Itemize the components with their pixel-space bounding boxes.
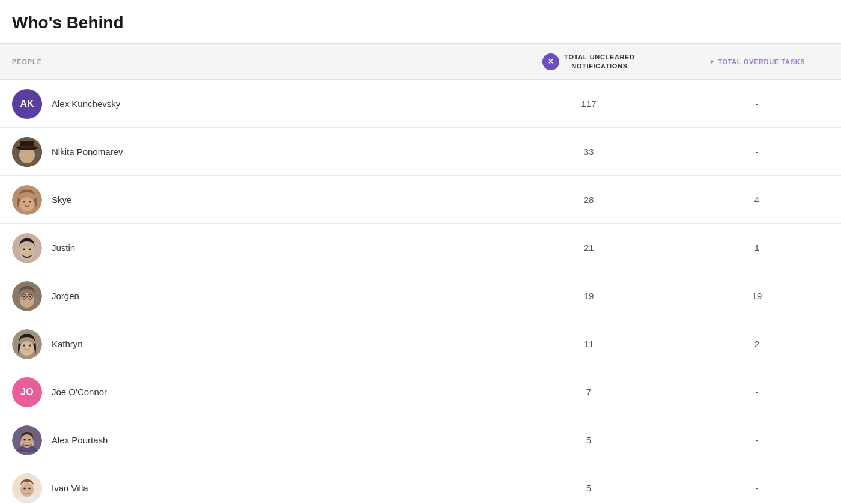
notifications-value: 117 [505, 99, 673, 109]
notifications-value: 33 [505, 147, 673, 157]
person-cell: Kathryn [0, 329, 505, 359]
table-row[interactable]: Ivan Villa 5 - [0, 464, 841, 504]
table-row[interactable]: Justin 21 1 [0, 224, 841, 272]
person-cell: Jorgen [0, 281, 505, 311]
person-cell: Ivan Villa [0, 473, 505, 503]
svg-point-27 [23, 439, 26, 440]
overdue-value: 4 [673, 195, 841, 205]
table-row[interactable]: AK Alex Kunchevsky 117 - [0, 80, 841, 128]
svg-point-33 [28, 487, 31, 489]
table-row[interactable]: Skye 28 4 [0, 176, 841, 224]
person-name: Ivan Villa [52, 483, 88, 493]
person-name: Jorgen [52, 291, 79, 301]
overdue-value: - [673, 435, 841, 445]
column-header-people: PEOPLE [0, 58, 505, 65]
table-row[interactable]: Alex Pourtash 5 - [0, 416, 841, 464]
svg-rect-4 [20, 146, 34, 148]
overdue-value: - [673, 99, 841, 109]
table-row[interactable]: JO Joe O'Connor 7 - [0, 368, 841, 416]
person-name: Nikita Ponomarev [52, 147, 123, 157]
notifications-value: 7 [505, 387, 673, 397]
svg-point-28 [28, 439, 31, 440]
avatar [12, 185, 42, 215]
notifications-value: 5 [505, 435, 673, 445]
person-cell: Alex Pourtash [0, 425, 505, 455]
notifications-value: 5 [505, 483, 673, 493]
svg-point-21 [20, 341, 34, 356]
person-name: Skye [52, 195, 71, 205]
overdue-value: 2 [673, 339, 841, 349]
notifications-value: 21 [505, 243, 673, 253]
person-name: Alex Pourtash [52, 435, 108, 445]
person-cell: Skye [0, 185, 505, 215]
column-header-notifications: × TOTAL UNCLEARED NOTIFICATIONS [505, 53, 673, 70]
person-cell: AK Alex Kunchevsky [0, 89, 505, 119]
avatar: JO [12, 377, 42, 407]
avatar [12, 137, 42, 167]
avatar: AK [12, 89, 42, 119]
svg-point-18 [23, 296, 25, 297]
svg-point-12 [29, 248, 31, 250]
notifications-value: 19 [505, 291, 673, 301]
page-container: Who's Behind PEOPLE × TOTAL UNCLEARED NO… [0, 0, 841, 504]
person-name: Joe O'Connor [52, 387, 107, 397]
table-row[interactable]: Jorgen 19 19 [0, 272, 841, 320]
svg-point-23 [29, 344, 31, 346]
table-body: AK Alex Kunchevsky 117 - [0, 80, 841, 504]
avatar [12, 233, 42, 263]
avatar [12, 473, 42, 503]
overdue-value: 19 [673, 291, 841, 301]
svg-point-11 [23, 248, 25, 250]
person-cell: Nikita Ponomarev [0, 137, 505, 167]
avatar [12, 281, 42, 311]
avatar [12, 329, 42, 359]
person-name: Justin [52, 243, 75, 253]
sort-arrow-icon: ▼ [709, 58, 716, 65]
svg-point-19 [29, 296, 31, 297]
svg-point-8 [29, 201, 31, 202]
svg-point-6 [20, 197, 34, 211]
table-row[interactable]: Nikita Ponomarev 33 - [0, 128, 841, 176]
svg-point-7 [23, 201, 25, 202]
column-header-overdue[interactable]: ▼ TOTAL OVERDUE TASKS [673, 58, 841, 65]
notifications-value: 28 [505, 195, 673, 205]
svg-point-32 [23, 487, 26, 489]
person-cell: JO Joe O'Connor [0, 377, 505, 407]
table-container: PEOPLE × TOTAL UNCLEARED NOTIFICATIONS ▼… [0, 44, 841, 504]
svg-point-31 [20, 482, 34, 497]
overdue-value: - [673, 147, 841, 157]
clear-filter-button[interactable]: × [542, 53, 559, 70]
overdue-value: - [673, 387, 841, 397]
table-row[interactable]: Kathryn 11 2 [0, 320, 841, 368]
page-title: Who's Behind [0, 0, 841, 44]
avatar [12, 425, 42, 455]
overdue-value: 1 [673, 243, 841, 253]
person-name: Alex Kunchevsky [52, 99, 120, 109]
svg-point-22 [23, 344, 25, 346]
table-header: PEOPLE × TOTAL UNCLEARED NOTIFICATIONS ▼… [0, 44, 841, 80]
person-name: Kathryn [52, 339, 83, 349]
person-cell: Justin [0, 233, 505, 263]
overdue-value: - [673, 483, 841, 493]
notifications-value: 11 [505, 339, 673, 349]
